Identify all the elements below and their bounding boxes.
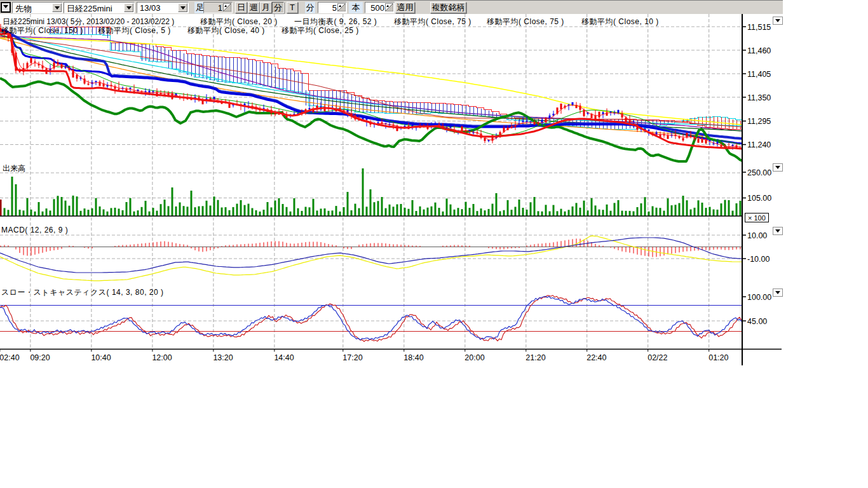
svg-text:250.00: 250.00 — [747, 168, 771, 177]
svg-text:20:00: 20:00 — [465, 353, 484, 362]
svg-text:移動平均( Close, 5 ): 移動平均( Close, 5 ) — [98, 26, 171, 35]
svg-text:21:20: 21:20 — [526, 353, 545, 362]
svg-text:スロー・ストキャスティクス( 14, 3, 80, 20 ): スロー・ストキャスティクス( 14, 3, 80, 20 ) — [1, 288, 163, 297]
svg-text:移動平均( Close, 40 ): 移動平均( Close, 40 ) — [187, 26, 265, 35]
svg-text:-10.00: -10.00 — [747, 255, 770, 264]
svg-text:11,350: 11,350 — [747, 93, 771, 102]
svg-text:01:20: 01:20 — [709, 353, 728, 362]
svg-text:45.00: 45.00 — [747, 317, 767, 326]
svg-text:09:20: 09:20 — [30, 353, 50, 362]
svg-text:11,460: 11,460 — [747, 46, 771, 55]
svg-text:移動平均( Close, 75 ): 移動平均( Close, 75 ) — [394, 17, 471, 26]
svg-text:10.00: 10.00 — [747, 231, 767, 240]
svg-text:12:00: 12:00 — [152, 353, 172, 362]
svg-text:× 100: × 100 — [748, 214, 766, 222]
svg-text:移動平均( Close, 20 ): 移動平均( Close, 20 ) — [200, 17, 278, 26]
svg-text:18:40: 18:40 — [403, 353, 423, 362]
svg-text:17:20: 17:20 — [342, 353, 362, 362]
svg-text:移動平均( Close, 150 ): 移動平均( Close, 150 ) — [1, 26, 83, 35]
svg-text:MACD( 12, 26, 9 ): MACD( 12, 26, 9 ) — [1, 226, 68, 234]
svg-text:移動平均( Close, 25 ): 移動平均( Close, 25 ) — [281, 26, 359, 35]
svg-text:02/22: 02/22 — [648, 353, 667, 362]
svg-text:日経225mini 13/03( 5分, 2013/02/2: 日経225mini 13/03( 5分, 2013/02/20 - 2013/0… — [3, 17, 174, 26]
svg-text:02:40: 02:40 — [0, 353, 20, 362]
svg-text:14:40: 14:40 — [274, 353, 294, 362]
svg-text:移動平均( Close, 75 ): 移動平均( Close, 75 ) — [487, 17, 564, 26]
svg-text:一目均衡表( 9, 26, 52 ): 一目均衡表( 9, 26, 52 ) — [294, 17, 377, 26]
svg-text:105.00: 105.00 — [747, 194, 771, 203]
svg-text:11,405: 11,405 — [747, 70, 771, 79]
svg-text:出来高: 出来高 — [3, 164, 25, 173]
svg-text:22:40: 22:40 — [587, 353, 606, 362]
svg-text:100.00: 100.00 — [747, 293, 771, 302]
svg-text:13:20: 13:20 — [213, 353, 233, 362]
svg-text:10:40: 10:40 — [91, 353, 111, 362]
svg-text:11,295: 11,295 — [747, 117, 771, 126]
svg-text:移動平均( Close, 10 ): 移動平均( Close, 10 ) — [581, 17, 659, 26]
svg-text:11,515: 11,515 — [747, 23, 771, 32]
svg-text:11,240: 11,240 — [747, 140, 771, 149]
